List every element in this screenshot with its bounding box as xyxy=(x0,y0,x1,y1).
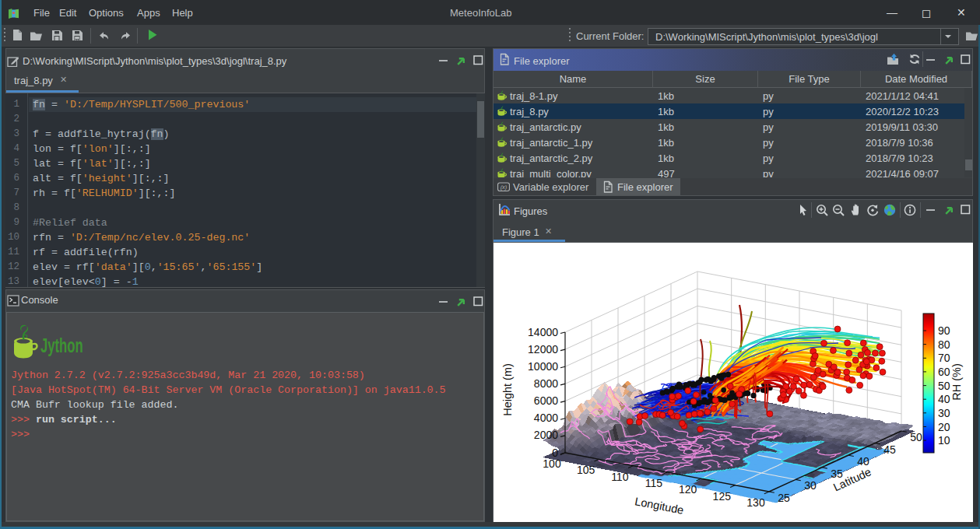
svg-text:20: 20 xyxy=(938,421,950,433)
svg-text:30: 30 xyxy=(804,479,817,492)
svg-text:2000: 2000 xyxy=(534,429,558,441)
svg-text:120: 120 xyxy=(679,483,697,496)
svg-text:12000: 12000 xyxy=(528,343,558,356)
svg-text:100: 100 xyxy=(543,457,561,470)
svg-text:90: 90 xyxy=(938,324,950,337)
svg-text:14000: 14000 xyxy=(528,326,558,338)
svg-text:6000: 6000 xyxy=(534,394,558,407)
svg-text:40: 40 xyxy=(938,393,950,405)
svg-text:4000: 4000 xyxy=(534,412,558,424)
svg-text:50: 50 xyxy=(938,380,950,392)
svg-text:RH (%): RH (%) xyxy=(950,363,963,401)
svg-text:10000: 10000 xyxy=(528,360,558,373)
svg-text:10: 10 xyxy=(938,434,950,447)
svg-text:50: 50 xyxy=(910,431,922,443)
svg-text:Height (m): Height (m) xyxy=(501,363,514,416)
svg-text:(x): (x) xyxy=(501,184,508,191)
svg-text:110: 110 xyxy=(611,471,629,483)
svg-text:8000: 8000 xyxy=(534,377,558,390)
svg-text:60: 60 xyxy=(938,366,950,378)
svg-text:70: 70 xyxy=(938,352,950,364)
svg-text:125: 125 xyxy=(713,490,732,503)
svg-text:115: 115 xyxy=(645,477,663,489)
svg-text:45: 45 xyxy=(883,443,896,456)
svg-text:130: 130 xyxy=(746,496,765,509)
svg-text:80: 80 xyxy=(938,338,950,351)
svg-text:25: 25 xyxy=(778,492,790,504)
svg-text:105: 105 xyxy=(577,464,595,476)
svg-text:30: 30 xyxy=(938,407,950,419)
